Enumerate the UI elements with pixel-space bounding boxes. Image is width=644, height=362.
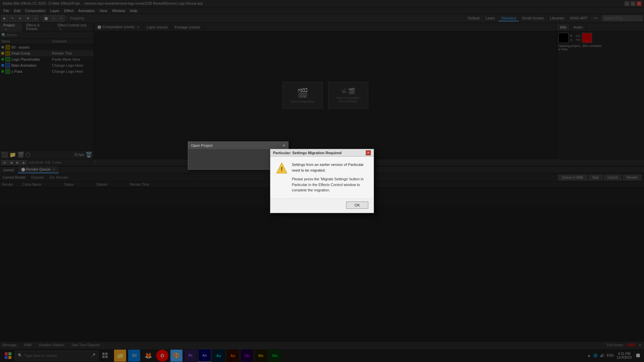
open-project-title-text: Open Project [191, 143, 212, 147]
dialog-close-button[interactable]: ✕ [366, 150, 371, 156]
open-project-title-bar: Open Project ✕ [188, 142, 288, 149]
dialog-main-text: Settings from an earlier version of Part… [292, 162, 368, 173]
dialog-title-text: Particular: Settings Migration Required [273, 151, 341, 155]
dialog-sub-text: Please press the 'Migrate Settings' butt… [292, 176, 368, 193]
main-dialog: Particular: Settings Migration Required … [270, 149, 374, 213]
dialog-title-bar: Particular: Settings Migration Required … [270, 149, 374, 157]
svg-text:!: ! [281, 166, 283, 173]
dialog-icon-area: ! Settings from an earlier version of Pa… [276, 162, 368, 193]
ok-button[interactable]: OK [346, 201, 368, 209]
dialog-body: ! Settings from an earlier version of Pa… [270, 157, 374, 198]
dialog-text-area: Settings from an earlier version of Part… [292, 162, 368, 193]
open-project-close-btn[interactable]: ✕ [282, 143, 285, 148]
warning-icon: ! [276, 162, 288, 174]
dialog-overlay: Open Project ✕ Particular: Settings Migr… [0, 0, 644, 362]
dialog-footer: OK [270, 198, 374, 213]
